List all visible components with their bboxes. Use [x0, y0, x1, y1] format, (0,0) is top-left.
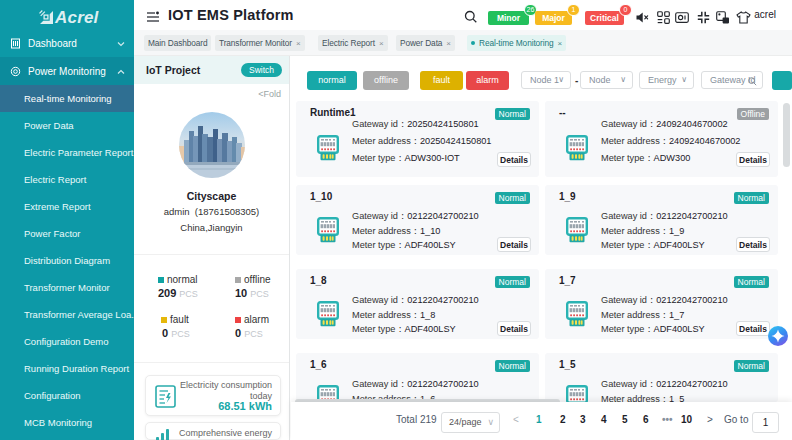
svg-text:Acrel: Acrel: [54, 8, 100, 27]
